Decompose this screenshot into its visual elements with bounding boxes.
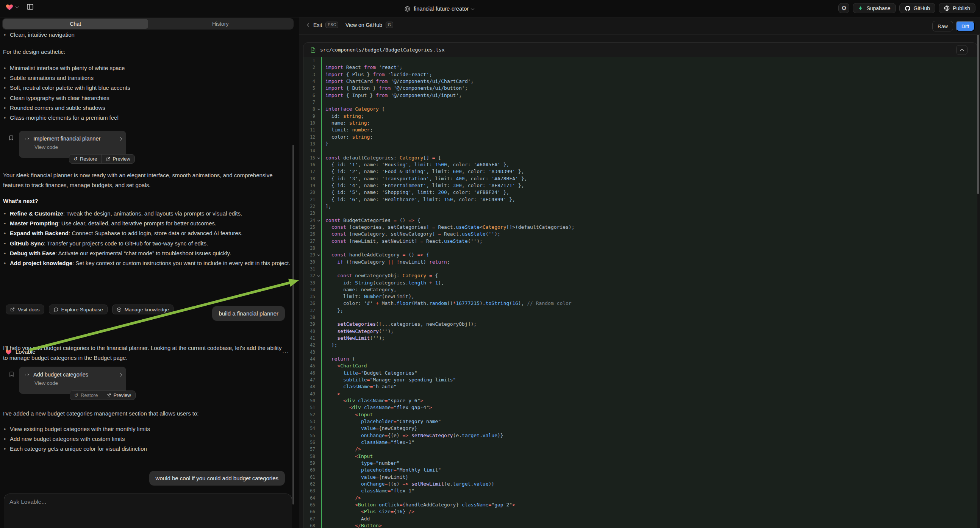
line-number[interactable]: 32: [304, 272, 321, 279]
line-number[interactable]: 1: [304, 57, 321, 64]
line-number[interactable]: 15: [304, 154, 321, 161]
fold-chevron-icon[interactable]: [317, 253, 320, 256]
line-number[interactable]: 33: [304, 280, 321, 286]
line-number[interactable]: 2: [304, 64, 321, 71]
line-number[interactable]: 39: [304, 321, 321, 328]
line-number[interactable]: 38: [304, 314, 321, 321]
line-number[interactable]: 47: [304, 377, 321, 383]
line-number[interactable]: 31: [304, 266, 321, 272]
toggle-sidebar-icon[interactable]: [26, 3, 34, 11]
line-number[interactable]: 55: [304, 432, 321, 439]
line-number[interactable]: 21: [304, 196, 321, 203]
line-number[interactable]: 64: [304, 495, 321, 501]
line-number[interactable]: 56: [304, 439, 321, 446]
line-number[interactable]: 40: [304, 328, 321, 335]
line-number[interactable]: 5: [304, 85, 321, 92]
line-number[interactable]: 59: [304, 460, 321, 467]
line-number[interactable]: 19: [304, 182, 321, 189]
line-number[interactable]: 49: [304, 391, 321, 397]
diff-toggle-button[interactable]: Diff: [956, 21, 975, 32]
line-number[interactable]: 67: [304, 515, 321, 522]
line-number[interactable]: 27: [304, 238, 321, 245]
exit-button[interactable]: Exit ESC: [308, 22, 338, 28]
preview-button[interactable]: Preview: [102, 391, 135, 399]
line-number[interactable]: 28: [304, 245, 321, 251]
restore-button[interactable]: ↺ Restore: [69, 154, 101, 163]
line-number[interactable]: 11: [304, 127, 321, 133]
line-number[interactable]: 10: [304, 120, 321, 127]
logo-chevron-down-icon[interactable]: [16, 5, 19, 8]
line-number[interactable]: 65: [304, 501, 321, 508]
manage-knowledge-button[interactable]: Manage knowledge: [112, 305, 173, 314]
line-number[interactable]: 7: [304, 99, 321, 106]
line-number[interactable]: 53: [304, 418, 321, 425]
preview-button[interactable]: Preview: [102, 154, 134, 163]
supabase-button[interactable]: Supabase: [853, 3, 896, 13]
publish-button[interactable]: Publish: [939, 3, 975, 13]
view-on-github-button[interactable]: View on GitHub G: [345, 22, 393, 28]
line-number[interactable]: 66: [304, 508, 321, 515]
line-number[interactable]: 17: [304, 168, 321, 175]
line-number[interactable]: 43: [304, 349, 321, 356]
tab-chat[interactable]: Chat: [3, 19, 148, 29]
tab-history[interactable]: History: [148, 19, 293, 29]
line-number[interactable]: 16: [304, 161, 321, 168]
line-number[interactable]: 45: [304, 363, 321, 369]
view-code-link[interactable]: View code: [19, 142, 126, 150]
project-selector[interactable]: financial-future-creator: [404, 0, 474, 17]
line-number[interactable]: 4: [304, 78, 321, 85]
line-number[interactable]: 57: [304, 446, 321, 453]
view-code-link[interactable]: View code: [19, 378, 126, 386]
fold-chevron-icon[interactable]: [317, 219, 320, 221]
line-number[interactable]: 37: [304, 307, 321, 314]
visit-docs-button[interactable]: Visit docs: [6, 305, 45, 314]
line-number[interactable]: 13: [304, 140, 321, 147]
version-card-add-budget-categories[interactable]: Add budget categories View code: [19, 367, 126, 394]
line-number[interactable]: 58: [304, 453, 321, 460]
fold-chevron-icon[interactable]: [317, 156, 320, 159]
line-number[interactable]: 29: [304, 251, 321, 258]
lovable-logo-heart-icon[interactable]: [5, 3, 14, 11]
line-number[interactable]: 18: [304, 175, 321, 182]
collapse-file-button[interactable]: [956, 45, 967, 55]
line-number[interactable]: 14: [304, 147, 321, 154]
line-number[interactable]: 6: [304, 92, 321, 99]
line-number[interactable]: 22: [304, 203, 321, 210]
window-scrollbar[interactable]: [977, 35, 979, 194]
line-number[interactable]: 35: [304, 293, 321, 300]
settings-button[interactable]: ⚙: [838, 3, 849, 13]
fold-chevron-icon[interactable]: [317, 108, 320, 110]
line-number[interactable]: 3: [304, 71, 321, 78]
line-number[interactable]: 9: [304, 113, 321, 120]
bookmark-icon[interactable]: [8, 135, 14, 141]
line-number[interactable]: 62: [304, 481, 321, 487]
chat-scrollbar[interactable]: [293, 145, 294, 504]
line-number[interactable]: 48: [304, 383, 321, 390]
line-number[interactable]: 12: [304, 134, 321, 140]
fold-chevron-icon[interactable]: [317, 274, 320, 277]
line-number[interactable]: 50: [304, 397, 321, 404]
raw-toggle-button[interactable]: Raw: [932, 21, 953, 32]
line-number[interactable]: 25: [304, 224, 321, 231]
line-number[interactable]: 26: [304, 231, 321, 237]
line-number[interactable]: 46: [304, 370, 321, 377]
line-number[interactable]: 52: [304, 411, 321, 418]
line-number[interactable]: 8: [304, 106, 321, 113]
line-number[interactable]: 20: [304, 189, 321, 196]
line-number[interactable]: 23: [304, 210, 321, 217]
line-number[interactable]: 51: [304, 404, 321, 411]
file-header[interactable]: src/components/budget/BudgetCategories.t…: [304, 43, 977, 57]
line-number[interactable]: 41: [304, 335, 321, 342]
line-number[interactable]: 24: [304, 217, 321, 224]
line-number[interactable]: 60: [304, 467, 321, 474]
chat-input[interactable]: [10, 498, 282, 520]
line-number[interactable]: 44: [304, 356, 321, 363]
explore-supabase-button[interactable]: Explore Supabase: [49, 305, 108, 314]
line-number[interactable]: 36: [304, 300, 321, 307]
line-number[interactable]: 54: [304, 425, 321, 432]
line-number[interactable]: 61: [304, 474, 321, 481]
line-number[interactable]: 34: [304, 286, 321, 293]
line-number[interactable]: 63: [304, 487, 321, 494]
restore-button[interactable]: ↺ Restore: [70, 391, 102, 399]
github-button[interactable]: GitHub: [899, 3, 935, 13]
